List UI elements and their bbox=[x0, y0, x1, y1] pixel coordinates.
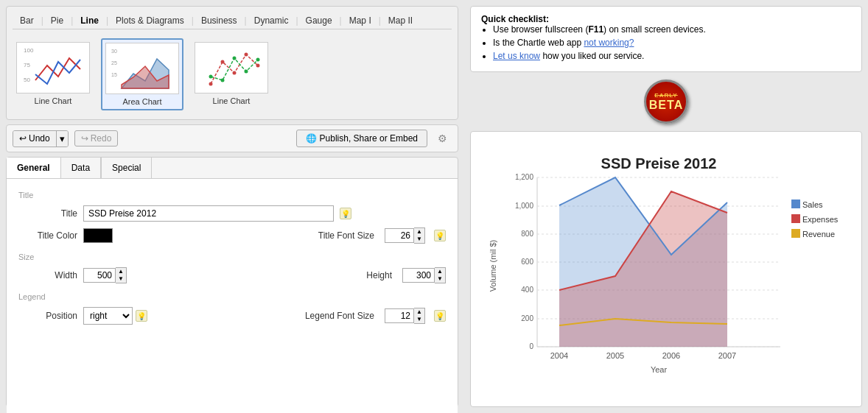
svg-text:100: 100 bbox=[24, 47, 34, 54]
svg-point-8 bbox=[209, 82, 213, 86]
title-font-size-input[interactable] bbox=[385, 228, 414, 243]
checklist-list: Use browser fullscreen (F11) on small sc… bbox=[481, 24, 851, 61]
thumb-line-chart-1[interactable]: 100 75 50 Line Chart bbox=[13, 38, 94, 110]
svg-text:Volume (mil $): Volume (mil $) bbox=[489, 239, 497, 291]
not-working-link[interactable]: not working? bbox=[584, 38, 634, 48]
thumb-img-line-1: 100 75 50 bbox=[16, 42, 90, 93]
svg-text:50: 50 bbox=[24, 77, 30, 83]
title-hint-icon[interactable]: 💡 bbox=[340, 208, 351, 219]
svg-text:1,000: 1,000 bbox=[515, 202, 533, 210]
publish-button[interactable]: 🌐 Publish, Share or Embed bbox=[296, 130, 427, 147]
legend-expenses-label: Expenses bbox=[802, 215, 839, 224]
toolbar: ↩ Undo ▾ ↪ Redo 🌐 Publish, Share or Embe… bbox=[6, 124, 458, 152]
beta-circle: EARLY BETA bbox=[644, 80, 688, 124]
thumb-svg-line-2 bbox=[196, 43, 267, 92]
tab-plots[interactable]: Plots & Diagrams bbox=[108, 13, 192, 29]
thumb-line-chart-2[interactable]: Line Chart bbox=[191, 38, 272, 110]
size-row: Width ▲ ▼ Height ▲ ▼ bbox=[18, 267, 446, 283]
settings-icon[interactable]: ⚙ bbox=[433, 130, 452, 147]
legend-position-select[interactable]: top right bottom left none bbox=[83, 307, 133, 325]
height-spinner: ▲ ▼ bbox=[402, 267, 446, 283]
tab-gauge[interactable]: Gauge bbox=[298, 13, 340, 29]
svg-text:25: 25 bbox=[111, 60, 117, 66]
svg-text:400: 400 bbox=[521, 286, 533, 294]
title-color-swatch[interactable] bbox=[83, 228, 113, 243]
width-up[interactable]: ▲ bbox=[116, 268, 126, 275]
font-size-down[interactable]: ▼ bbox=[414, 236, 424, 243]
svg-text:2004: 2004 bbox=[550, 351, 568, 360]
prop-content: Title Title 💡 Title Color Title Font Siz… bbox=[7, 179, 458, 413]
tab-map2[interactable]: Map II bbox=[381, 13, 420, 29]
svg-point-16 bbox=[245, 70, 248, 74]
chart-title: SSD Preise 2012 bbox=[601, 155, 717, 172]
legend-position-hint-icon[interactable]: 💡 bbox=[136, 310, 147, 322]
tab-pie[interactable]: Pie bbox=[43, 13, 71, 29]
legend-font-size-down[interactable]: ▼ bbox=[414, 316, 424, 323]
width-input[interactable] bbox=[83, 268, 116, 283]
chart-type-tabs: Bar | Pie | Line | Plots & Diagrams | Bu… bbox=[13, 13, 452, 29]
checklist-item-2: Is the Chartle web app not working? bbox=[493, 38, 851, 48]
legend-font-size-input[interactable] bbox=[385, 308, 414, 323]
beta-main-text: BETA bbox=[649, 99, 683, 112]
undo-button[interactable]: ↩ Undo bbox=[13, 131, 56, 146]
publish-icon: 🌐 bbox=[306, 133, 317, 144]
width-label: Width bbox=[18, 270, 77, 280]
thumb-label-3: Line Chart bbox=[213, 96, 251, 105]
tab-general[interactable]: General bbox=[7, 158, 61, 178]
height-down[interactable]: ▼ bbox=[435, 275, 445, 283]
legend-font-size-spinner: ▲ ▼ bbox=[385, 308, 425, 324]
svg-point-9 bbox=[221, 60, 225, 64]
chart-type-selector: Bar | Pie | Line | Plots & Diagrams | Bu… bbox=[6, 6, 458, 120]
svg-point-10 bbox=[233, 71, 237, 75]
redo-label: Redo bbox=[91, 133, 112, 144]
font-size-up[interactable]: ▲ bbox=[414, 228, 424, 236]
thumb-img-line-2 bbox=[195, 42, 268, 93]
section-legend-label: Legend bbox=[18, 292, 446, 301]
undo-dropdown-button[interactable]: ▾ bbox=[56, 131, 68, 147]
legend-font-size-up[interactable]: ▲ bbox=[414, 308, 424, 316]
legend-revenue-label: Revenue bbox=[802, 230, 835, 239]
svg-text:30: 30 bbox=[111, 49, 117, 54]
right-panel: Quick checklist: Use browser fullscreen … bbox=[464, 0, 868, 413]
thumb-area-chart[interactable]: 30 25 15 Area Chart bbox=[101, 38, 183, 110]
checklist-item-1: Use browser fullscreen (F11) on small sc… bbox=[493, 24, 851, 35]
legend-sales-label: Sales bbox=[802, 200, 823, 209]
width-down[interactable]: ▼ bbox=[116, 275, 126, 283]
section-title-label: Title bbox=[18, 191, 446, 200]
chart-preview: SSD Preise 2012 0 200 400 600 800 1,000 … bbox=[470, 131, 862, 407]
tab-special[interactable]: Special bbox=[102, 158, 152, 178]
section-size-label: Size bbox=[18, 253, 446, 261]
svg-text:75: 75 bbox=[24, 62, 30, 68]
legend-font-size-label: Legend Font Size bbox=[305, 311, 374, 321]
title-input[interactable] bbox=[83, 205, 334, 222]
redo-icon: ↪ bbox=[81, 133, 88, 144]
chart-svg: SSD Preise 2012 0 200 400 600 800 1,000 … bbox=[486, 148, 847, 391]
undo-icon: ↩ bbox=[19, 133, 27, 144]
legend-font-hint-icon[interactable]: 💡 bbox=[434, 310, 446, 322]
title-color-label: Title Color bbox=[18, 230, 77, 241]
svg-text:1,200: 1,200 bbox=[515, 173, 533, 181]
svg-text:2007: 2007 bbox=[718, 351, 736, 360]
height-up[interactable]: ▲ bbox=[435, 268, 445, 275]
tab-data[interactable]: Data bbox=[61, 158, 101, 178]
legend-expenses-box bbox=[791, 214, 800, 223]
tab-business[interactable]: Business bbox=[194, 13, 245, 29]
tab-line[interactable]: Line bbox=[73, 13, 106, 29]
thumb-svg-line-1: 100 75 50 bbox=[18, 43, 88, 92]
redo-button[interactable]: ↪ Redo bbox=[74, 130, 119, 147]
tab-bar[interactable]: Bar bbox=[13, 13, 41, 29]
let-us-know-link[interactable]: Let us know bbox=[493, 51, 540, 61]
height-input[interactable] bbox=[402, 268, 435, 283]
thumb-svg-area: 30 25 15 bbox=[107, 44, 178, 93]
tab-dynamic[interactable]: Dynamic bbox=[247, 13, 296, 29]
legend-position-wrapper: top right bottom left none 💡 bbox=[83, 307, 147, 325]
chart-thumbnails: 100 75 50 Line Chart 30 25 15 bbox=[13, 35, 452, 113]
beta-badge: EARLY BETA bbox=[644, 80, 688, 124]
prop-tabs: General Data Special bbox=[7, 158, 458, 179]
font-size-hint-icon[interactable]: 💡 bbox=[434, 230, 446, 241]
tab-map1[interactable]: Map I bbox=[342, 13, 379, 29]
title-color-row: Title Color Title Font Size ▲ ▼ 💡 bbox=[18, 227, 446, 244]
thumb-label-2: Area Chart bbox=[122, 97, 161, 106]
svg-text:2006: 2006 bbox=[662, 351, 680, 360]
title-row: Title 💡 bbox=[18, 205, 446, 222]
